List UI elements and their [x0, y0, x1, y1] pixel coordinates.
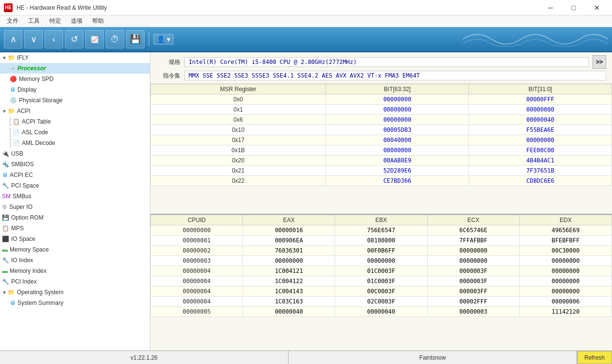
- sidebar-item-asl-code[interactable]: 📄 ASL Code: [0, 127, 150, 138]
- msr-bit31-cell: 00000040: [469, 115, 612, 125]
- sidebar-item-pci-space[interactable]: 🔧 PCI Space: [0, 180, 150, 191]
- sidebar-item-smbios[interactable]: 🔩 SMBIOS: [0, 159, 150, 170]
- cpuid-table-row[interactable]: 00000004 1C004121 01C0003F 0000003F 0000…: [151, 266, 612, 276]
- cpuid-table-row[interactable]: 00000004 1C004122 01C0003F 0000003F 0000…: [151, 276, 612, 286]
- maximize-button[interactable]: □: [563, 0, 585, 16]
- cpuid-table-wrap[interactable]: CPUID EAX EBX ECX EDX 00000000 00000016 …: [150, 215, 612, 350]
- sidebar-item-acpi-ec[interactable]: 🖥 ACPI EC: [0, 170, 150, 180]
- system-summary-label: System Summary: [17, 300, 64, 306]
- usb-label: USB: [11, 150, 23, 157]
- minimize-button[interactable]: ─: [539, 0, 562, 16]
- msr-table-row[interactable]: 0x22 CE7BD366 CD8DC6E6: [151, 176, 612, 186]
- arrow-btn[interactable]: >>: [593, 55, 606, 69]
- msr-table-row[interactable]: 0x20 00AAB8E9 4B4B4AC1: [151, 156, 612, 166]
- menu-special[interactable]: 特定: [45, 16, 66, 26]
- msr-bit31-cell: 4B4B4AC1: [469, 156, 612, 166]
- sidebar-item-smbus[interactable]: SM SMBus: [0, 191, 150, 202]
- edx-cell: 00000006: [519, 297, 612, 307]
- msr-table-row[interactable]: 0x1 00000000 00000000: [151, 105, 612, 115]
- close-button[interactable]: ✕: [586, 0, 608, 16]
- sidebar-item-ifly[interactable]: ▼ 📁 IFLY: [0, 52, 150, 63]
- toolbar-clock-btn[interactable]: ⏱: [106, 30, 124, 48]
- sidebar-item-acpi[interactable]: ▼ 📁 ACPI: [0, 106, 150, 116]
- msr-bit63-cell: 00000000: [326, 95, 469, 105]
- asl-icon: 📄: [13, 129, 20, 136]
- msr-table-row[interactable]: 0x1B 00000000 FEE00C00: [151, 145, 612, 156]
- sidebar-item-usb[interactable]: 🔌 USB: [0, 148, 150, 159]
- eax-cell: 1C004143: [243, 286, 335, 297]
- mps-icon: 📋: [2, 225, 9, 232]
- sidebar-item-option-rom[interactable]: 💾 Option ROM: [0, 212, 150, 223]
- sidebar-item-mps[interactable]: 📋 MPS: [0, 223, 150, 234]
- menu-bar: 文件 工具 特定 选项 帮助: [0, 16, 612, 27]
- sidebar-item-physical-storage[interactable]: 💿 Physical Storage: [0, 95, 150, 106]
- msr-table-row[interactable]: 0x17 00040000 00000000: [151, 135, 612, 145]
- sidebar-item-processor[interactable]: → Processor: [0, 63, 150, 74]
- cpuid-table-row[interactable]: 00000004 1C03C163 02C0003F 00002FFF 0000…: [151, 297, 612, 307]
- ebx-cell: 756E6547: [335, 225, 427, 236]
- ifly-arrow: ▼: [2, 55, 7, 61]
- cpuid-table-row[interactable]: 00000002 76036301 00F0B6FF 00000000 00C3…: [151, 246, 612, 256]
- toolbar-back-btn[interactable]: ‹: [45, 30, 63, 48]
- toolbar-profile-btn[interactable]: 👤 ▾: [153, 34, 174, 45]
- msr-bit31-cell: 00000FFF: [469, 95, 612, 105]
- toolbar-down-btn[interactable]: ∨: [24, 30, 43, 48]
- sidebar-item-super-io[interactable]: ⚙ Super IO: [0, 202, 150, 212]
- sidebar-item-io-index[interactable]: 🔧 IO Index: [0, 255, 150, 266]
- cpuid-table-row[interactable]: 00000003 00000000 00000000 00000000 0000…: [151, 256, 612, 266]
- sidebar-item-memory-space[interactable]: ▬ Memory Space: [0, 244, 150, 255]
- menu-file[interactable]: 文件: [2, 16, 23, 26]
- msr-table-row[interactable]: 0x0 00000000 00000FFF: [151, 95, 612, 105]
- sidebar-item-aml-decode[interactable]: 📄 AML Decode: [0, 138, 150, 148]
- toolbar: ∧ ∨ ‹ ↺ 📈 ⏱ 💾 👤 ▾: [0, 27, 612, 52]
- cpuid-col-ebx: EBX: [335, 215, 427, 225]
- sidebar[interactable]: ▼ 📁 IFLY → Processor 🔴 Memory SPD 🖥 Disp…: [0, 52, 150, 350]
- cpuid-table-row[interactable]: 00000005 00000040 00000040 00000003 1114…: [151, 307, 612, 317]
- display-label: Display: [17, 86, 36, 93]
- aml-icon: 📄: [13, 140, 20, 146]
- pci-index-label: PCI Index: [11, 278, 37, 285]
- msr-bit31-cell: 00000000: [469, 135, 612, 145]
- menu-help[interactable]: 帮助: [87, 16, 109, 26]
- sidebar-item-memory-spd[interactable]: 🔴 Memory SPD: [0, 74, 150, 84]
- msr-reg-cell: 0x17: [151, 135, 326, 145]
- msr-bit63-cell: 52D289E6: [326, 166, 469, 176]
- toolbar-refresh-btn[interactable]: ↺: [65, 30, 83, 48]
- sidebar-item-system-summary[interactable]: 🖥 System Summary: [0, 298, 150, 308]
- ifly-label: IFLY: [17, 54, 29, 61]
- toolbar-chart-btn[interactable]: 📈: [85, 30, 104, 48]
- sidebar-item-os[interactable]: ▼ 📁 Operating System: [0, 287, 150, 298]
- main-layout: ▼ 📁 IFLY → Processor 🔴 Memory SPD 🖥 Disp…: [0, 52, 612, 350]
- menu-tools[interactable]: 工具: [23, 16, 45, 26]
- msr-table-wrap[interactable]: MSR Register BIT[63:32] BIT[31:0] 0x0 00…: [150, 84, 612, 215]
- toolbar-save-btn[interactable]: 💾: [126, 30, 145, 48]
- memory-spd-icon: 🔴: [10, 76, 17, 82]
- ifly-icon: 📁: [8, 54, 15, 61]
- cpuid-table-row[interactable]: 00000001 000906EA 08100800 7FFAFBBF BFEB…: [151, 236, 612, 246]
- ebx-cell: 00F0B6FF: [335, 246, 427, 256]
- menu-options[interactable]: 选项: [66, 16, 87, 26]
- sidebar-item-acpi-table[interactable]: 📋 ACPI Table: [0, 116, 150, 127]
- toolbar-up-btn[interactable]: ∧: [4, 30, 22, 48]
- msr-table-row[interactable]: 0x10 00005DB3 F55BEA6E: [151, 125, 612, 135]
- edx-cell: 00C30000: [519, 246, 612, 256]
- msr-table-row[interactable]: 0x6 00000000 00000040: [151, 115, 612, 125]
- ebx-cell: 08100800: [335, 236, 427, 246]
- sidebar-item-pci-index[interactable]: 🔧 PCI Index: [0, 276, 150, 287]
- msr-bit63-cell: 00000000: [326, 105, 469, 115]
- refresh-button[interactable]: Refresh: [577, 351, 612, 364]
- eax-cell: 00000000: [243, 256, 335, 266]
- aml-label: AML Decode: [22, 140, 55, 146]
- cpuid-table-row[interactable]: 00000000 00000016 756E6547 6C65746E 4965…: [151, 225, 612, 236]
- option-rom-label: Option ROM: [11, 214, 44, 221]
- acpi-ec-icon: 🖥: [2, 172, 8, 178]
- ecx-cell: 00000000: [427, 256, 519, 266]
- sidebar-item-memory-index[interactable]: ▬ Memory Index: [0, 266, 150, 276]
- msr-table-row[interactable]: 0x21 52D289E6 7F37651B: [151, 166, 612, 176]
- cpuid-table-row[interactable]: 00000004 1C004143 00C0003F 000003FF 0000…: [151, 286, 612, 297]
- msr-bit31-cell: CD8DC6E6: [469, 176, 612, 186]
- smbus-label: SMBus: [13, 193, 32, 200]
- sidebar-item-io-space[interactable]: ⬛ IO Space: [0, 234, 150, 244]
- memory-spd-label: Memory SPD: [19, 76, 53, 82]
- sidebar-item-display[interactable]: 🖥 Display: [0, 84, 150, 95]
